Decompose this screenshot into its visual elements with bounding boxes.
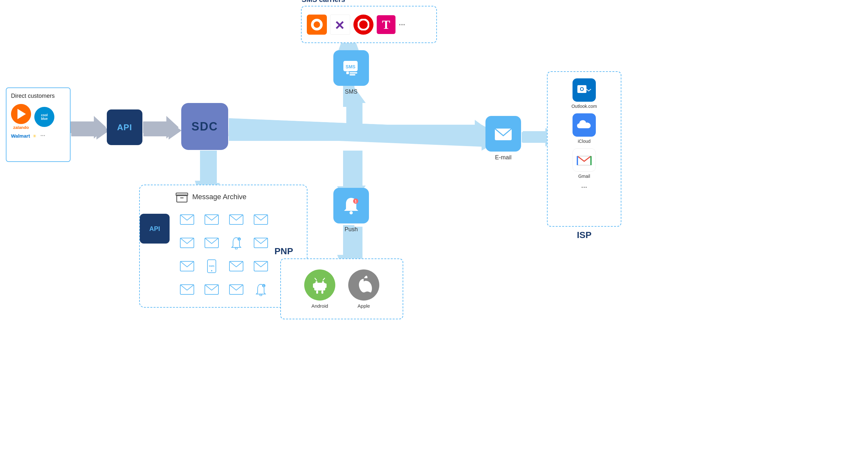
push-bell-icon: 1: [341, 195, 362, 216]
envelope-icon-13: [229, 284, 243, 295]
archive-cell-14: [200, 279, 223, 301]
zalando-logo: [11, 104, 31, 124]
proximus-carrier-logo: ✕: [330, 15, 350, 35]
archive-cell-8: [249, 232, 273, 254]
gmail-logo-icon: [577, 154, 592, 166]
isp-outlook-label: Outlook.com: [571, 104, 597, 109]
icloud-logo-icon: [577, 119, 592, 131]
archive-cell-3: [225, 208, 248, 231]
vodafone-carrier-logo: [353, 15, 373, 35]
isp-box: O Outlook.com iCloud: [547, 71, 621, 227]
orange-circle-icon: [311, 19, 323, 30]
svg-text:1: 1: [263, 285, 265, 287]
isp-title: ISP: [577, 230, 591, 240]
svg-point-10: [349, 211, 353, 215]
zalando-play-icon: [18, 109, 26, 119]
sms-label: SMS: [333, 88, 369, 95]
svg-line-46: [315, 278, 316, 280]
walmart-text: Walmart: [11, 133, 30, 139]
isp-gmail-item: Gmail: [572, 148, 596, 179]
coolblue-text: coolblue: [41, 113, 48, 120]
arrow-shaft-up-sms: [346, 103, 363, 137]
sdc-box: SDC: [181, 103, 228, 150]
archive-cell-12: [249, 255, 273, 277]
isp-icloud-item: iCloud: [572, 113, 596, 144]
svg-text:1: 1: [239, 238, 240, 240]
archive-cell-5: [176, 232, 199, 254]
sdc-label: SDC: [191, 120, 218, 134]
svg-text:✕: ✕: [334, 19, 345, 32]
envelope-icon-3: [229, 215, 243, 225]
android-logo-icon: [310, 276, 329, 294]
svg-rect-8: [349, 74, 355, 76]
archive-box-icon: [176, 191, 188, 203]
envelope-icon-5: [180, 238, 194, 248]
isp-gmail-label: Gmail: [578, 174, 590, 179]
archive-cell-16: 1: [249, 279, 273, 301]
gmail-icon: [572, 148, 596, 172]
apple-logo-icon: [355, 276, 373, 294]
walmart-spark-icon: ✳: [33, 134, 37, 139]
bell-icon-2: 1: [255, 283, 267, 296]
orange-carrier-logo: [307, 15, 327, 35]
direct-customers-title: Direct customers: [11, 93, 65, 99]
arrow-shaft-email-isp: [523, 131, 546, 143]
push-block: 1 Push: [333, 188, 369, 233]
svg-point-35: [260, 294, 262, 296]
archive-title: Message Archive: [192, 193, 247, 201]
email-block: E-mail: [486, 116, 521, 161]
archive-cell-15: [225, 279, 248, 301]
zalando-logo-group: zalando: [11, 104, 31, 130]
svg-rect-49: [324, 283, 327, 288]
archive-cell-2: [200, 208, 223, 231]
svg-line-47: [323, 278, 324, 280]
bell-icon-1: 1: [230, 236, 242, 249]
sms-block: SMS SMS: [333, 50, 369, 95]
archive-cell-13: [176, 279, 199, 301]
isp-outlook-item: O Outlook.com: [571, 78, 597, 109]
svg-rect-2: [362, 21, 365, 23]
arrow-api-sdc: [143, 121, 182, 140]
archive-grid: 1 SMS: [176, 208, 273, 301]
svg-rect-7: [349, 72, 357, 74]
sms-carriers-title: SMS carriers: [302, 0, 345, 4]
push-icon-bg: 1: [333, 188, 369, 224]
svg-text:SMS: SMS: [346, 64, 355, 69]
archive-cell-11: [225, 255, 248, 277]
arrows-layer: [0, 0, 868, 456]
archive-cell-1: [176, 208, 199, 231]
svg-point-29: [211, 270, 212, 272]
isp-more-dots: ···: [581, 183, 587, 192]
arrow-shaft-1: [71, 125, 96, 136]
carriers-more-dots: ···: [399, 20, 405, 29]
arrow-customers-api: [71, 121, 110, 140]
envelope-icon-10: [254, 261, 268, 272]
pnp-android-label: Android: [311, 303, 328, 309]
envelope-icon-1: [180, 215, 194, 225]
svg-text:SMS: SMS: [209, 265, 215, 267]
email-label: E-mail: [486, 154, 521, 161]
vodafone-icon: [358, 19, 369, 30]
icloud-icon: [572, 113, 596, 137]
email-icon: [493, 123, 514, 144]
svg-point-1: [358, 20, 369, 30]
android-icon: [304, 269, 335, 301]
svg-point-44: [315, 281, 317, 283]
archive-cell-7: 1: [225, 232, 248, 254]
sms-icon: SMS: [341, 58, 361, 78]
coolblue-logo: coolblue: [34, 107, 54, 127]
archive-cell-10: SMS: [200, 255, 223, 277]
tmobile-carrier-logo: T: [377, 15, 396, 34]
sms-carriers-box: SMS carriers ✕ T ···: [301, 6, 437, 43]
arrow-shaft-2: [143, 125, 168, 136]
pnp-apple-item: Apple: [348, 269, 379, 309]
envelope-icon-11: [180, 284, 194, 295]
direct-customers-box: Direct customers zalando coolblue Walmar…: [6, 87, 70, 162]
archive-cell-6: [200, 232, 223, 254]
svg-rect-14: [176, 193, 188, 196]
svg-rect-50: [316, 290, 318, 294]
svg-text:1: 1: [355, 200, 356, 203]
tmobile-t-icon: T: [382, 18, 390, 32]
pnp-apple-label: Apple: [358, 303, 370, 309]
svg-point-45: [322, 281, 324, 283]
